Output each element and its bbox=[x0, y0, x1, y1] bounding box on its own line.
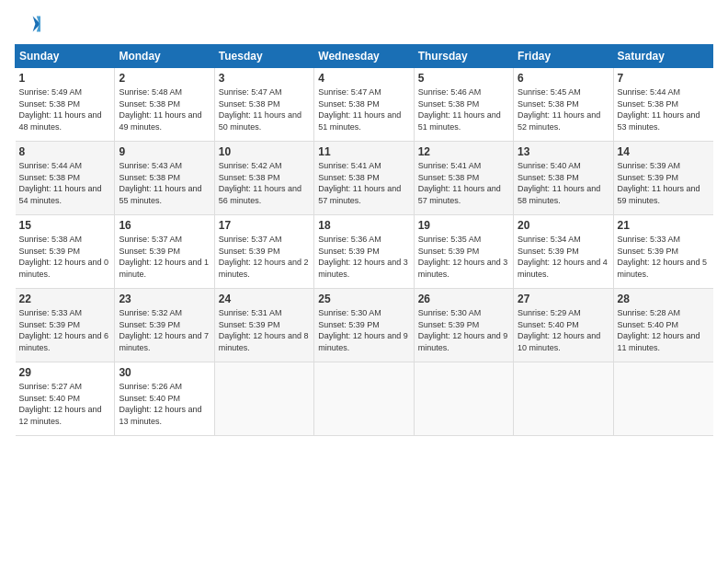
day-number: 6 bbox=[518, 72, 609, 85]
day-cell: 10 Sunrise: 5:42 AM Sunset: 5:38 PM Dayl… bbox=[214, 142, 313, 215]
day-info: Sunrise: 5:41 AM Sunset: 5:38 PM Dayligh… bbox=[418, 160, 509, 206]
day-info: Sunrise: 5:36 AM Sunset: 5:39 PM Dayligh… bbox=[318, 234, 409, 280]
day-number: 24 bbox=[219, 293, 310, 305]
day-number: 12 bbox=[418, 145, 509, 158]
day-info: Sunrise: 5:26 AM Sunset: 5:40 PM Dayligh… bbox=[119, 381, 210, 427]
day-number: 26 bbox=[418, 293, 509, 305]
day-info: Sunrise: 5:29 AM Sunset: 5:40 PM Dayligh… bbox=[518, 307, 609, 353]
day-number: 17 bbox=[219, 219, 310, 232]
day-cell: 16 Sunrise: 5:37 AM Sunset: 5:39 PM Dayl… bbox=[115, 215, 214, 289]
logo-icon bbox=[15, 11, 40, 37]
day-cell: 22 Sunrise: 5:33 AM Sunset: 5:39 PM Dayl… bbox=[16, 289, 115, 362]
day-info: Sunrise: 5:46 AM Sunset: 5:38 PM Dayligh… bbox=[418, 86, 509, 132]
day-cell: 1 Sunrise: 5:49 AM Sunset: 5:38 PM Dayli… bbox=[16, 68, 115, 142]
week-row-3: 15 Sunrise: 5:38 AM Sunset: 5:39 PM Dayl… bbox=[16, 215, 713, 289]
day-cell: 4 Sunrise: 5:47 AM Sunset: 5:38 PM Dayli… bbox=[314, 68, 414, 142]
weekday-header-saturday: Saturday bbox=[613, 45, 712, 68]
day-number: 22 bbox=[19, 293, 111, 305]
day-cell: 15 Sunrise: 5:38 AM Sunset: 5:39 PM Dayl… bbox=[16, 215, 115, 289]
day-cell bbox=[514, 362, 613, 436]
day-cell: 2 Sunrise: 5:48 AM Sunset: 5:38 PM Dayli… bbox=[115, 68, 214, 142]
day-number: 1 bbox=[19, 72, 111, 85]
weekday-header-wednesday: Wednesday bbox=[314, 45, 414, 68]
day-cell: 14 Sunrise: 5:39 AM Sunset: 5:39 PM Dayl… bbox=[613, 142, 712, 215]
day-info: Sunrise: 5:33 AM Sunset: 5:39 PM Dayligh… bbox=[618, 234, 710, 280]
day-cell bbox=[314, 362, 414, 436]
day-number: 28 bbox=[618, 293, 710, 305]
day-number: 27 bbox=[518, 293, 609, 305]
day-cell: 3 Sunrise: 5:47 AM Sunset: 5:38 PM Dayli… bbox=[214, 68, 313, 142]
day-info: Sunrise: 5:41 AM Sunset: 5:38 PM Dayligh… bbox=[318, 160, 409, 206]
day-info: Sunrise: 5:43 AM Sunset: 5:38 PM Dayligh… bbox=[119, 160, 210, 206]
day-info: Sunrise: 5:40 AM Sunset: 5:38 PM Dayligh… bbox=[518, 160, 609, 206]
day-number: 30 bbox=[119, 366, 210, 379]
day-cell: 19 Sunrise: 5:35 AM Sunset: 5:39 PM Dayl… bbox=[414, 215, 513, 289]
header bbox=[15, 11, 713, 37]
week-row-2: 8 Sunrise: 5:44 AM Sunset: 5:38 PM Dayli… bbox=[16, 142, 713, 215]
day-info: Sunrise: 5:48 AM Sunset: 5:38 PM Dayligh… bbox=[119, 86, 210, 132]
day-cell: 21 Sunrise: 5:33 AM Sunset: 5:39 PM Dayl… bbox=[613, 215, 712, 289]
day-cell: 5 Sunrise: 5:46 AM Sunset: 5:38 PM Dayli… bbox=[414, 68, 513, 142]
day-info: Sunrise: 5:44 AM Sunset: 5:38 PM Dayligh… bbox=[19, 160, 111, 206]
day-number: 5 bbox=[418, 72, 509, 85]
day-info: Sunrise: 5:38 AM Sunset: 5:39 PM Dayligh… bbox=[19, 234, 111, 280]
day-info: Sunrise: 5:32 AM Sunset: 5:39 PM Dayligh… bbox=[119, 307, 210, 353]
day-cell: 24 Sunrise: 5:31 AM Sunset: 5:39 PM Dayl… bbox=[214, 289, 313, 362]
weekday-row: SundayMondayTuesdayWednesdayThursdayFrid… bbox=[16, 45, 713, 68]
day-info: Sunrise: 5:47 AM Sunset: 5:38 PM Dayligh… bbox=[219, 86, 310, 132]
weekday-header-friday: Friday bbox=[514, 45, 613, 68]
day-cell: 20 Sunrise: 5:34 AM Sunset: 5:39 PM Dayl… bbox=[514, 215, 613, 289]
weekday-header-tuesday: Tuesday bbox=[214, 45, 313, 68]
page: SundayMondayTuesdayWednesdayThursdayFrid… bbox=[0, 0, 728, 563]
day-info: Sunrise: 5:44 AM Sunset: 5:38 PM Dayligh… bbox=[618, 86, 710, 132]
calendar-table: SundayMondayTuesdayWednesdayThursdayFrid… bbox=[15, 44, 713, 436]
day-cell: 6 Sunrise: 5:45 AM Sunset: 5:38 PM Dayli… bbox=[514, 68, 613, 142]
day-number: 21 bbox=[618, 219, 710, 232]
day-number: 11 bbox=[318, 145, 409, 158]
day-number: 13 bbox=[518, 145, 609, 158]
week-row-4: 22 Sunrise: 5:33 AM Sunset: 5:39 PM Dayl… bbox=[16, 289, 713, 362]
day-info: Sunrise: 5:33 AM Sunset: 5:39 PM Dayligh… bbox=[19, 307, 111, 353]
day-info: Sunrise: 5:31 AM Sunset: 5:39 PM Dayligh… bbox=[219, 307, 310, 353]
day-cell: 18 Sunrise: 5:36 AM Sunset: 5:39 PM Dayl… bbox=[314, 215, 414, 289]
day-cell: 11 Sunrise: 5:41 AM Sunset: 5:38 PM Dayl… bbox=[314, 142, 414, 215]
day-number: 15 bbox=[19, 219, 111, 232]
logo bbox=[15, 11, 44, 37]
day-cell: 12 Sunrise: 5:41 AM Sunset: 5:38 PM Dayl… bbox=[414, 142, 513, 215]
day-cell: 23 Sunrise: 5:32 AM Sunset: 5:39 PM Dayl… bbox=[115, 289, 214, 362]
weekday-header-thursday: Thursday bbox=[414, 45, 513, 68]
day-info: Sunrise: 5:42 AM Sunset: 5:38 PM Dayligh… bbox=[219, 160, 310, 206]
day-number: 3 bbox=[219, 72, 310, 85]
weekday-header-sunday: Sunday bbox=[16, 45, 115, 68]
day-number: 2 bbox=[119, 72, 210, 85]
day-info: Sunrise: 5:37 AM Sunset: 5:39 PM Dayligh… bbox=[119, 234, 210, 280]
day-cell: 29 Sunrise: 5:27 AM Sunset: 5:40 PM Dayl… bbox=[16, 362, 115, 436]
day-number: 20 bbox=[518, 219, 609, 232]
weekday-header-monday: Monday bbox=[115, 45, 214, 68]
day-number: 23 bbox=[119, 293, 210, 305]
day-info: Sunrise: 5:45 AM Sunset: 5:38 PM Dayligh… bbox=[518, 86, 609, 132]
calendar-header: SundayMondayTuesdayWednesdayThursdayFrid… bbox=[16, 45, 713, 68]
day-cell: 27 Sunrise: 5:29 AM Sunset: 5:40 PM Dayl… bbox=[514, 289, 613, 362]
day-cell: 17 Sunrise: 5:37 AM Sunset: 5:39 PM Dayl… bbox=[214, 215, 313, 289]
day-number: 16 bbox=[119, 219, 210, 232]
day-info: Sunrise: 5:30 AM Sunset: 5:39 PM Dayligh… bbox=[418, 307, 509, 353]
day-cell: 26 Sunrise: 5:30 AM Sunset: 5:39 PM Dayl… bbox=[414, 289, 513, 362]
day-cell: 9 Sunrise: 5:43 AM Sunset: 5:38 PM Dayli… bbox=[115, 142, 214, 215]
day-number: 7 bbox=[618, 72, 710, 85]
day-cell: 8 Sunrise: 5:44 AM Sunset: 5:38 PM Dayli… bbox=[16, 142, 115, 215]
day-cell: 7 Sunrise: 5:44 AM Sunset: 5:38 PM Dayli… bbox=[613, 68, 712, 142]
day-info: Sunrise: 5:35 AM Sunset: 5:39 PM Dayligh… bbox=[418, 234, 509, 280]
day-info: Sunrise: 5:39 AM Sunset: 5:39 PM Dayligh… bbox=[618, 160, 710, 206]
day-info: Sunrise: 5:47 AM Sunset: 5:38 PM Dayligh… bbox=[318, 86, 409, 132]
day-info: Sunrise: 5:34 AM Sunset: 5:39 PM Dayligh… bbox=[518, 234, 609, 280]
day-cell bbox=[214, 362, 313, 436]
week-row-5: 29 Sunrise: 5:27 AM Sunset: 5:40 PM Dayl… bbox=[16, 362, 713, 436]
day-number: 4 bbox=[318, 72, 409, 85]
day-number: 9 bbox=[119, 145, 210, 158]
day-cell: 28 Sunrise: 5:28 AM Sunset: 5:40 PM Dayl… bbox=[613, 289, 712, 362]
day-cell bbox=[613, 362, 712, 436]
week-row-1: 1 Sunrise: 5:49 AM Sunset: 5:38 PM Dayli… bbox=[16, 68, 713, 142]
day-number: 25 bbox=[318, 293, 409, 305]
day-number: 8 bbox=[19, 145, 111, 158]
